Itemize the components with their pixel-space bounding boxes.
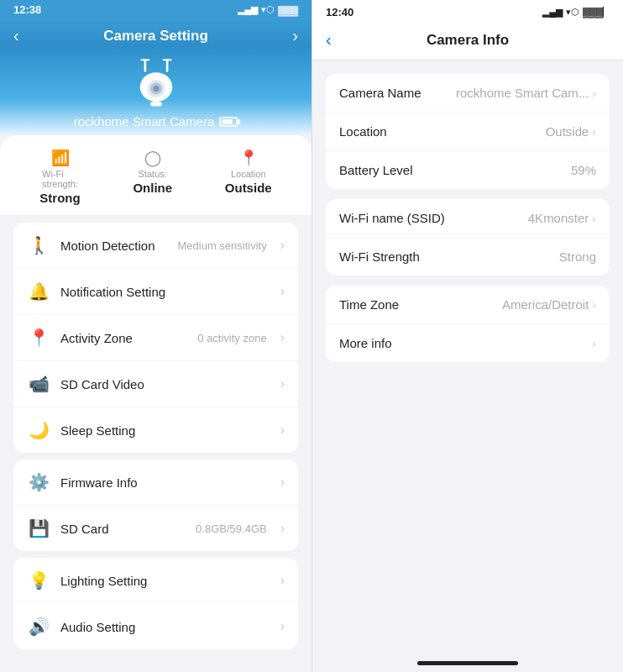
- info-card-2: Wi-Fi name (SSID) 4Kmonster › Wi-Fi Stre…: [326, 199, 610, 276]
- menu-sections: 🚶 Motion Detection Medium sensitivity › …: [0, 216, 312, 672]
- notification-chevron: ›: [280, 284, 285, 299]
- signal-icon: ▂▄▆: [238, 4, 258, 15]
- left-time: 12:38: [13, 3, 41, 16]
- right-battery-icon: ▓▓▓▏: [583, 7, 610, 18]
- online-status-item: ◯ Status: Online: [133, 149, 172, 205]
- wifi-strength-icon: 📶: [51, 149, 70, 167]
- notification-setting-icon: 🔔: [27, 280, 50, 303]
- motion-chevron: ›: [280, 238, 285, 253]
- svg-rect-8: [150, 102, 162, 106]
- activity-zone-sub: 0 activity zone: [197, 332, 266, 344]
- menu-item-firmware[interactable]: ⚙️ Firmware Info ›: [13, 459, 298, 506]
- status-row: 📶 Wi-Fistrength: Strong ◯ Status: Online…: [0, 149, 312, 216]
- info-card-3: Time Zone America/Detroit › More info ›: [326, 286, 610, 362]
- status-circle-icon: ◯: [144, 149, 161, 167]
- menu-item-sdcard[interactable]: 💾 SD Card 0.8GB/59.4GB ›: [13, 506, 298, 551]
- audio-setting-icon: 🔊: [27, 615, 50, 638]
- info-card-1: Camera Name rockhome Smart Cam... › Loca…: [326, 74, 610, 189]
- ssid-label: Wi-Fi name (SSID): [339, 211, 445, 225]
- audio-setting-label: Audio Setting: [60, 620, 257, 634]
- sdcard-chevron: ›: [280, 521, 285, 536]
- svg-point-7: [153, 85, 159, 91]
- lighting-setting-icon: 💡: [27, 569, 50, 592]
- more-info-chevron: ›: [592, 337, 596, 350]
- activity-zone-chevron: ›: [280, 330, 285, 345]
- menu-item-activity-zone[interactable]: 📍 Activity Zone 0 activity zone ›: [13, 315, 298, 361]
- info-row-camera-name[interactable]: Camera Name rockhome Smart Cam... ›: [326, 74, 610, 113]
- timezone-label: Time Zone: [339, 297, 399, 312]
- motion-detection-label: Motion Detection: [60, 239, 167, 253]
- location-info-label: Location: [339, 124, 387, 139]
- location-label: Location: [231, 169, 266, 179]
- wifi-status-item: 📶 Wi-Fistrength: Strong: [39, 149, 80, 205]
- wifi-icon: ▾⬡: [261, 4, 275, 15]
- right-status-bar: 12:40 ▂▄▆ ▾⬡ ▓▓▓▏: [312, 0, 623, 24]
- menu-item-motion[interactable]: 🚶 Motion Detection Medium sensitivity ›: [13, 223, 298, 269]
- lighting-chevron: ›: [280, 573, 285, 588]
- camera-svg: [127, 55, 186, 109]
- camera-name-info-value: rockhome Smart Cam... ›: [456, 86, 596, 100]
- right-time: 12:40: [326, 6, 353, 18]
- sleep-chevron: ›: [280, 423, 285, 438]
- info-row-ssid[interactable]: Wi-Fi name (SSID) 4Kmonster ›: [326, 199, 610, 238]
- info-row-location[interactable]: Location Outside ›: [326, 113, 610, 151]
- ssid-value: 4Kmonster ›: [528, 211, 596, 225]
- menu-item-sleep[interactable]: 🌙 Sleep Setting ›: [13, 407, 298, 453]
- info-row-wifi-strength: Wi-Fi Strength Strong: [326, 238, 610, 276]
- sdcard-video-icon: 📹: [27, 372, 50, 396]
- ssid-chevron: ›: [592, 212, 596, 225]
- location-icon: 📍: [239, 149, 258, 167]
- right-back-button[interactable]: ‹: [326, 30, 332, 50]
- info-row-timezone[interactable]: Time Zone America/Detroit ›: [326, 286, 610, 324]
- firmware-chevron: ›: [280, 475, 285, 490]
- camera-name-info-label: Camera Name: [339, 86, 421, 100]
- right-header-title: Camera Info: [427, 32, 509, 49]
- left-panel: 12:38 ▂▄▆ ▾⬡ ▓▓▓ ‹ Camera Setting ›: [0, 0, 312, 672]
- menu-section-2: ⚙️ Firmware Info › 💾 SD Card 0.8GB/59.4G…: [13, 459, 298, 551]
- next-button[interactable]: ›: [292, 26, 298, 45]
- battery-level-label: Battery Level: [339, 163, 413, 177]
- wifi-value: Strong: [39, 191, 80, 205]
- battery-level-value: 59%: [571, 163, 596, 177]
- activity-zone-icon: 📍: [27, 326, 50, 349]
- menu-section-3: 💡 Lighting Setting › 🔊 Audio Setting ›: [13, 558, 298, 649]
- info-row-more[interactable]: More info ›: [326, 324, 610, 362]
- camera-detail-card: 📶 Wi-Fistrength: Strong ◯ Status: Online…: [0, 135, 312, 672]
- audio-chevron: ›: [280, 619, 285, 634]
- wifi-label: Wi-Fistrength:: [42, 169, 78, 189]
- right-panel: 12:40 ▂▄▆ ▾⬡ ▓▓▓▏ ‹ Camera Info Camera N…: [312, 0, 623, 672]
- camera-name-label: rockhome Smart Camera: [74, 114, 238, 129]
- menu-item-lighting[interactable]: 💡 Lighting Setting ›: [13, 558, 298, 604]
- wifi-strength-value: Strong: [559, 249, 596, 264]
- status-value: Online: [133, 181, 172, 195]
- sdcard-sub: 0.8GB/59.4GB: [196, 522, 267, 535]
- camera-battery-icon: [219, 117, 238, 127]
- motion-detection-sub: Medium sensitivity: [177, 239, 266, 252]
- menu-item-notification[interactable]: 🔔 Notification Setting ›: [13, 269, 298, 315]
- left-header-title: Camera Setting: [103, 28, 208, 45]
- timezone-value: America/Detroit ›: [502, 297, 596, 312]
- menu-item-sdcard-video[interactable]: 📹 SD Card Video ›: [13, 361, 298, 407]
- location-status-item: 📍 Location Outside: [225, 149, 272, 205]
- sdcard-video-label: SD Card Video: [60, 377, 257, 391]
- sleep-setting-icon: 🌙: [27, 418, 50, 442]
- timezone-chevron: ›: [592, 298, 596, 312]
- right-status-icons: ▂▄▆ ▾⬡ ▓▓▓▏: [542, 7, 610, 18]
- sleep-setting-label: Sleep Setting: [60, 423, 257, 438]
- sdcard-icon: 💾: [27, 517, 50, 540]
- sdcard-label: SD Card: [60, 522, 186, 536]
- info-row-battery: Battery Level 59%: [326, 151, 610, 189]
- camera-hero: rockhome Smart Camera: [0, 45, 312, 135]
- wifi-strength-label: Wi-Fi Strength: [339, 249, 420, 264]
- right-wifi-icon: ▾⬡: [566, 7, 579, 18]
- menu-item-audio[interactable]: 🔊 Audio Setting ›: [13, 604, 298, 649]
- right-header: ‹ Camera Info: [312, 24, 623, 60]
- left-status-icons: ▂▄▆ ▾⬡ ▓▓▓: [238, 4, 298, 15]
- menu-section-1: 🚶 Motion Detection Medium sensitivity › …: [13, 223, 298, 453]
- camera-image: [123, 52, 190, 111]
- sdcard-video-chevron: ›: [280, 376, 285, 391]
- more-info-value: ›: [592, 337, 596, 350]
- right-home-indicator: [417, 661, 518, 665]
- back-button[interactable]: ‹: [13, 26, 19, 45]
- firmware-info-label: Firmware Info: [60, 475, 257, 490]
